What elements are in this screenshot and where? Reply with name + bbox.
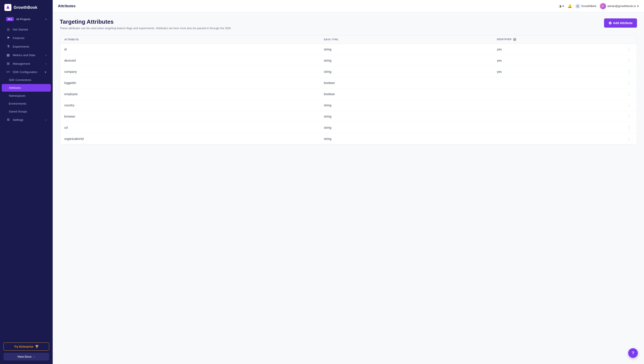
help-bubble[interactable]: ?	[628, 348, 638, 358]
identifier-value	[493, 78, 608, 88]
table-header-row: ATTRIBUTE DATA TYPE IDENTIFIER ?	[60, 35, 637, 44]
page-header-text: Targeting Attributes These attributes ca…	[60, 18, 232, 30]
sidebar-item-attributes[interactable]: Attributes	[2, 84, 51, 92]
data-type-value: string	[319, 111, 493, 122]
row-actions: ⋮	[608, 44, 637, 55]
management-icon: ⊞	[6, 62, 10, 66]
page-title: Targeting Attributes	[60, 18, 232, 25]
user-menu[interactable]: A adnan@growthbook.io ▾	[600, 3, 639, 9]
sidebar-footer: Try Enterprise 🏆 View Docs →	[0, 339, 53, 364]
identifier-value	[493, 111, 608, 122]
topbar: Attributes ◑ ▾ 🔔 🏢 GrowthBerk A adnan@gr…	[53, 0, 644, 12]
sidebar: GrowthBook ALL All Projects ▾ ◎ Get Star…	[0, 0, 53, 364]
sidebar-item-namespaces[interactable]: Namespaces	[2, 92, 51, 100]
add-attribute-button[interactable]: ⊕ Add Attribute	[604, 18, 637, 28]
data-type-value: string	[319, 133, 493, 144]
chevron-right-icon: ›	[46, 118, 47, 122]
org-icon: 🏢	[575, 4, 580, 8]
table-row: id string yes ⋮	[60, 44, 637, 55]
sidebar-item-label: Settings	[13, 118, 24, 122]
notification-bell-icon[interactable]: 🔔	[568, 4, 572, 8]
plus-icon: ⊕	[608, 20, 612, 26]
row-menu-button[interactable]: ⋮	[626, 58, 632, 63]
data-type-value: boolean	[319, 78, 493, 88]
view-docs-button[interactable]: View Docs →	[4, 353, 49, 360]
attribute-name: organizationId	[60, 133, 319, 144]
col-header-attribute: ATTRIBUTE	[60, 35, 319, 44]
sidebar-item-label: Namespaces	[9, 94, 26, 97]
projects-label: All Projects	[16, 18, 43, 21]
data-type-value: string	[319, 100, 493, 111]
table-row: loggedIn boolean ⋮	[60, 78, 637, 88]
attribute-name: loggedIn	[60, 78, 319, 88]
row-menu-button[interactable]: ⋮	[626, 136, 632, 142]
sidebar-item-experiments[interactable]: ⚗ Experiments	[2, 42, 51, 51]
try-enterprise-button[interactable]: Try Enterprise 🏆	[4, 342, 49, 350]
identifier-info-icon[interactable]: ?	[513, 38, 516, 41]
sidebar-logo[interactable]: GrowthBook	[0, 0, 53, 15]
col-header-actions	[608, 35, 637, 44]
theme-toggle[interactable]: ◑ ▾	[559, 4, 564, 8]
row-menu-button[interactable]: ⋮	[626, 102, 632, 108]
attribute-name: country	[60, 100, 319, 111]
row-actions: ⋮	[608, 78, 637, 88]
data-type-value: string	[319, 55, 493, 66]
sidebar-item-label: Experiments	[13, 45, 29, 48]
row-menu-button[interactable]: ⋮	[626, 47, 632, 52]
row-menu-button[interactable]: ⋮	[626, 80, 632, 86]
page-content: Targeting Attributes These attributes ca…	[53, 12, 644, 364]
row-menu-button[interactable]: ⋮	[626, 114, 632, 119]
table-row: deviceId string yes ⋮	[60, 55, 637, 66]
identifier-value	[493, 122, 608, 133]
sidebar-item-label: Features	[13, 36, 24, 40]
sidebar-item-label: Attributes	[9, 86, 21, 90]
data-type-value: string	[319, 66, 493, 78]
org-selector[interactable]: 🏢 GrowthBerk	[575, 4, 596, 8]
sidebar-item-get-started[interactable]: ◎ Get Started	[2, 25, 51, 34]
sidebar-item-label: Saved Groups	[9, 110, 27, 113]
attribute-name: url	[60, 122, 319, 133]
logo-icon	[5, 4, 12, 11]
avatar: A	[600, 3, 606, 9]
row-menu-button[interactable]: ⋮	[626, 92, 632, 97]
topbar-actions: ◑ ▾ 🔔 🏢 GrowthBerk A adnan@growthbook.io…	[559, 3, 639, 9]
chevron-down-icon: ▾	[46, 18, 47, 20]
sidebar-item-management[interactable]: ⊞ Management ›	[2, 60, 51, 68]
row-actions: ⋮	[608, 100, 637, 111]
identifier-value: yes	[493, 55, 608, 66]
attribute-name: company	[60, 66, 319, 78]
table-row: browser string ⋮	[60, 111, 637, 122]
attribute-name: employee	[60, 88, 319, 100]
metrics-icon: ▦	[6, 53, 10, 57]
sidebar-item-settings[interactable]: ⚙ Settings ›	[2, 116, 51, 124]
sidebar-item-label: Metrics and Data	[13, 54, 35, 57]
attribute-name: deviceId	[60, 55, 319, 66]
sidebar-item-sdk-configuration[interactable]: </> SDK Configuration ∨	[2, 68, 51, 76]
data-type-value: string	[319, 44, 493, 55]
sidebar-item-features[interactable]: ⚑ Features	[2, 34, 51, 42]
sidebar-nav: ◎ Get Started ⚑ Features ⚗ Experiments ▦…	[0, 25, 53, 124]
org-name: GrowthBerk	[581, 4, 596, 8]
table-body: id string yes ⋮ deviceId string yes ⋮ co…	[60, 44, 637, 144]
sidebar-item-metrics-data[interactable]: ▦ Metrics and Data ›	[2, 51, 51, 59]
theme-icon: ◑	[559, 4, 561, 8]
sidebar-item-label: Get Started	[13, 28, 28, 31]
projects-selector[interactable]: ALL All Projects ▾	[3, 15, 50, 23]
row-actions: ⋮	[608, 133, 637, 144]
topbar-title: Attributes	[58, 4, 555, 8]
features-icon: ⚑	[6, 36, 10, 40]
experiments-icon: ⚗	[6, 44, 10, 48]
attributes-table: ATTRIBUTE DATA TYPE IDENTIFIER ? id	[60, 35, 637, 144]
row-menu-button[interactable]: ⋮	[626, 69, 632, 74]
row-menu-button[interactable]: ⋮	[626, 125, 632, 130]
row-actions: ⋮	[608, 122, 637, 133]
projects-badge: ALL	[6, 17, 14, 21]
sidebar-item-sdk-connections[interactable]: SDK Connections	[2, 76, 51, 84]
row-actions: ⋮	[608, 55, 637, 66]
try-enterprise-label: Try Enterprise	[14, 345, 33, 348]
user-chevron-icon: ▾	[637, 4, 639, 8]
identifier-value	[493, 88, 608, 100]
sidebar-item-saved-groups[interactable]: Saved Groups	[2, 108, 51, 115]
sidebar-item-environments[interactable]: Environments	[2, 100, 51, 108]
table-row: employee boolean ⋮	[60, 88, 637, 100]
